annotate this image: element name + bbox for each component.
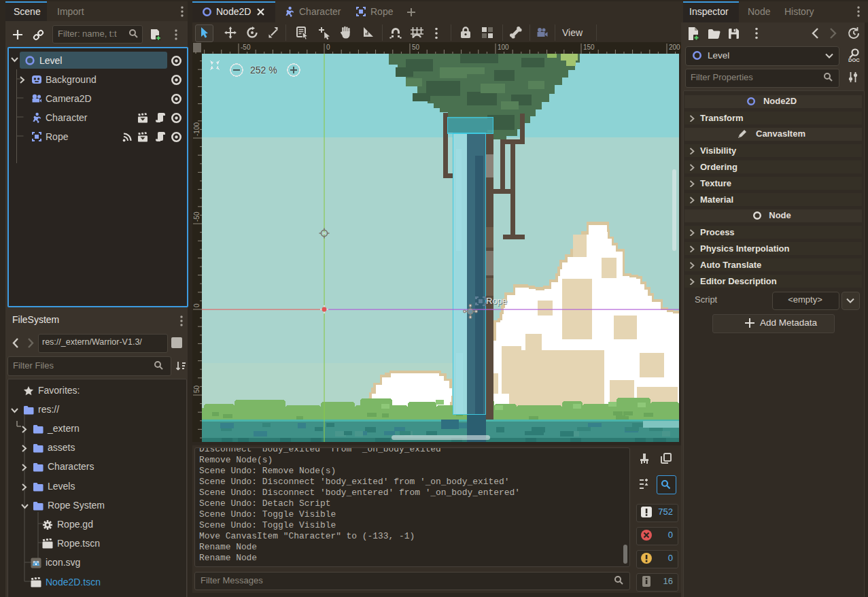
svg-text:0: 0 — [193, 303, 201, 307]
svg-text:-50: -50 — [241, 44, 251, 51]
svg-text:Rope: Rope — [486, 296, 507, 306]
svg-text:200: 200 — [669, 44, 680, 51]
svg-text:50: 50 — [412, 44, 420, 51]
svg-text:-50: -50 — [193, 211, 201, 222]
svg-text:150: 150 — [583, 44, 595, 51]
svg-text:100: 100 — [498, 44, 509, 51]
svg-text:50: 50 — [193, 385, 201, 393]
svg-text:-100: -100 — [193, 122, 201, 136]
svg-text:0: 0 — [326, 44, 330, 51]
svg-text:252 %: 252 % — [250, 65, 277, 75]
svg-text:DOC: DOC — [848, 57, 860, 63]
